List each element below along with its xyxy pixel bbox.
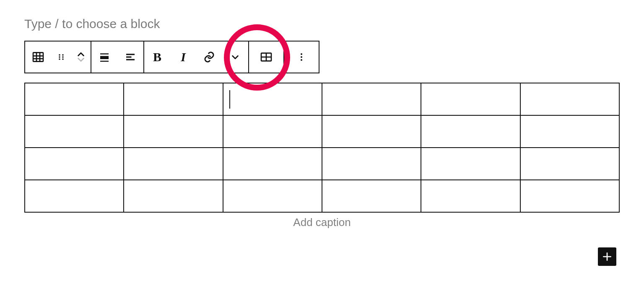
edit-table-button[interactable] <box>249 42 283 73</box>
table-cell[interactable] <box>223 148 322 180</box>
toolbar-group-table-edit <box>249 42 284 73</box>
toolbar-group-block <box>25 42 91 73</box>
block-prompt[interactable]: Type / to choose a block <box>24 17 160 31</box>
toolbar-group-format: B I <box>144 42 249 73</box>
block-align-button[interactable] <box>91 42 117 73</box>
table-row <box>25 148 619 180</box>
bold-icon: B <box>153 50 161 64</box>
table[interactable] <box>24 83 620 213</box>
svg-point-5 <box>59 54 60 56</box>
table-row <box>25 180 619 212</box>
table-cell[interactable] <box>124 180 223 212</box>
italic-button[interactable]: I <box>170 42 196 73</box>
block-movers <box>71 42 91 73</box>
svg-point-20 <box>301 53 302 55</box>
move-up-button[interactable] <box>76 42 86 57</box>
table-edit-icon <box>260 50 273 64</box>
more-format-button[interactable] <box>222 42 248 73</box>
bold-button[interactable]: B <box>144 42 170 73</box>
text-cursor <box>229 90 230 109</box>
align-block-icon <box>98 51 111 63</box>
table-cell[interactable] <box>421 83 520 115</box>
table-cell[interactable] <box>124 115 223 148</box>
plus-icon <box>602 251 613 262</box>
drag-handle-button[interactable] <box>51 42 71 73</box>
link-icon <box>203 51 216 63</box>
table-cell[interactable] <box>124 148 223 180</box>
link-button[interactable] <box>196 42 222 73</box>
more-vertical-icon <box>296 51 306 63</box>
italic-icon: I <box>181 50 186 64</box>
svg-point-22 <box>301 59 302 61</box>
table-caption[interactable]: Add caption <box>24 216 620 229</box>
svg-rect-0 <box>33 52 43 61</box>
table-cell[interactable] <box>421 180 520 212</box>
toolbar-group-align <box>91 42 144 73</box>
table-cell[interactable] <box>421 115 520 148</box>
table-cell[interactable] <box>25 115 124 148</box>
svg-point-7 <box>59 56 60 58</box>
table-cell[interactable] <box>223 83 322 115</box>
svg-point-9 <box>59 58 60 60</box>
table-cell[interactable] <box>322 115 421 148</box>
svg-rect-12 <box>100 56 109 60</box>
table-cell[interactable] <box>124 83 223 115</box>
table-block: Add caption <box>24 83 620 229</box>
table-cell[interactable] <box>322 148 421 180</box>
table-cell[interactable] <box>25 83 124 115</box>
table-cell[interactable] <box>520 148 619 180</box>
table-row <box>25 115 619 148</box>
table-cell[interactable] <box>520 115 619 148</box>
table-cell[interactable] <box>322 83 421 115</box>
svg-point-10 <box>62 58 64 60</box>
chevron-up-icon <box>76 51 86 57</box>
chevron-down-icon <box>231 52 240 62</box>
chevron-down-icon <box>76 57 86 63</box>
drag-handle-icon <box>56 52 66 62</box>
table-cell[interactable] <box>322 180 421 212</box>
text-align-button[interactable] <box>117 42 143 73</box>
table-cell[interactable] <box>223 180 322 212</box>
table-cell[interactable] <box>421 148 520 180</box>
table-cell[interactable] <box>223 115 322 148</box>
block-toolbar: B I <box>24 41 319 73</box>
svg-point-6 <box>62 54 64 56</box>
table-cell[interactable] <box>25 180 124 212</box>
table-cell[interactable] <box>520 180 619 212</box>
table-cell[interactable] <box>520 83 619 115</box>
more-options-button[interactable] <box>284 42 319 73</box>
move-down-button[interactable] <box>76 57 86 73</box>
table-row <box>25 83 619 115</box>
table-icon <box>31 50 45 64</box>
block-type-button[interactable] <box>25 42 51 73</box>
svg-point-21 <box>301 56 302 58</box>
add-block-button[interactable] <box>598 247 616 266</box>
table-cell[interactable] <box>25 148 124 180</box>
toolbar-group-more <box>284 42 319 73</box>
align-left-icon <box>124 51 137 63</box>
svg-point-8 <box>62 56 64 58</box>
